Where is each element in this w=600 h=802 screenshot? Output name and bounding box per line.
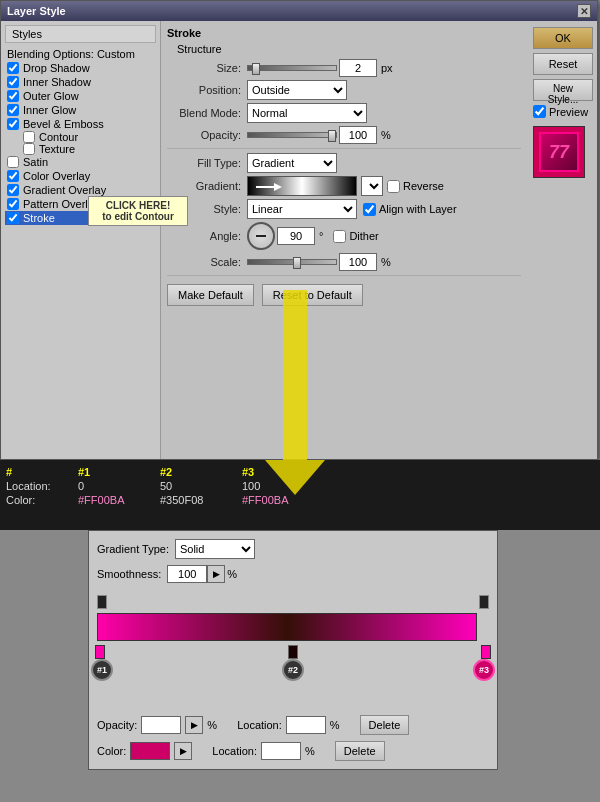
inner-glow-checkbox[interactable]	[7, 104, 19, 116]
fill-type-label: Fill Type:	[167, 157, 247, 169]
opacity-thumb[interactable]	[328, 130, 336, 142]
contour-checkbox[interactable]	[23, 131, 35, 143]
opacity-row: Opacity: 100 %	[167, 126, 521, 144]
contour-item[interactable]: Contour	[5, 131, 156, 143]
delete-opacity-stop-button[interactable]: Delete	[360, 715, 410, 735]
gradient-dropdown[interactable]: ▼	[361, 176, 383, 196]
bevel-emboss-checkbox[interactable]	[7, 118, 19, 130]
location-color-input[interactable]	[261, 742, 301, 760]
outer-glow-item[interactable]: Outer Glow	[5, 89, 156, 103]
styles-header[interactable]: Styles	[5, 25, 156, 43]
position-label: Position:	[167, 84, 247, 96]
blend-mode-row: Blend Mode: Normal Multiply Screen	[167, 103, 521, 123]
delete-color-stop-button[interactable]: Delete	[335, 741, 385, 761]
new-style-button[interactable]: New Style...	[533, 79, 593, 101]
texture-checkbox[interactable]	[23, 143, 35, 155]
preview-checkbox[interactable]	[533, 105, 546, 118]
size-thumb[interactable]	[252, 63, 260, 75]
smoothness-unit: %	[227, 568, 237, 580]
stroke-label: Stroke	[23, 212, 55, 224]
smoothness-input[interactable]: 100	[167, 565, 207, 583]
opacity-ctrl-input[interactable]	[141, 716, 181, 734]
drop-shadow-checkbox[interactable]	[7, 62, 19, 74]
reset-button[interactable]: Reset	[533, 53, 593, 75]
gradient-preview[interactable]	[247, 176, 357, 196]
main-content: Stroke Structure Size: 2 px Position: Ou…	[161, 21, 527, 459]
opacity-stop-left[interactable]	[97, 595, 107, 609]
inner-glow-label: Inner Glow	[23, 104, 76, 116]
angle-label: Angle:	[167, 230, 247, 242]
color1-val: #FF00BA	[78, 494, 158, 506]
style-select[interactable]: Linear Radial Angle	[247, 199, 357, 219]
scale-thumb[interactable]	[293, 257, 301, 269]
stroke-checkbox[interactable]	[7, 212, 19, 224]
stop-circle-1[interactable]: #1	[91, 659, 113, 681]
blending-options-label: Blending Options: Custom	[7, 48, 135, 60]
reverse-checkbox[interactable]	[387, 180, 400, 193]
texture-item[interactable]: Texture	[5, 143, 156, 155]
opacity-ctrl-arrow[interactable]: ▶	[185, 716, 203, 734]
gradient-arrow-icon	[254, 180, 284, 194]
left-panel: Styles Blending Options: Custom Drop Sha…	[1, 21, 161, 459]
blending-options-item[interactable]: Blending Options: Custom	[5, 47, 156, 61]
color-control: Color: ▶	[97, 741, 192, 761]
opacity-stop-right[interactable]	[479, 595, 489, 609]
color-ctrl-label: Color:	[97, 745, 126, 757]
divider1	[167, 148, 521, 149]
color-swatch[interactable]	[130, 742, 170, 760]
stop-marker-mid[interactable]	[288, 645, 298, 659]
drop-shadow-label: Drop Shadow	[23, 62, 90, 74]
gradient-label: Gradient:	[167, 180, 247, 192]
bevel-emboss-item[interactable]: Bevel & Emboss	[5, 117, 156, 131]
gradient-color-bar[interactable]	[97, 613, 477, 641]
color-overlay-item[interactable]: Color Overlay	[5, 169, 156, 183]
color-arrow-button[interactable]: ▶	[174, 742, 192, 760]
smoothness-arrow-button[interactable]: ▶	[207, 565, 225, 583]
inner-shadow-checkbox[interactable]	[7, 76, 19, 88]
stop-marker-right[interactable]	[481, 645, 491, 659]
opacity-ctrl-unit: %	[207, 719, 217, 731]
stop-marker-left[interactable]	[95, 645, 105, 659]
align-layer-text: Align with Layer	[379, 203, 457, 215]
size-input[interactable]: 2	[339, 59, 377, 77]
size-slider[interactable]	[247, 65, 337, 71]
angle-input[interactable]: 90	[277, 227, 315, 245]
opacity-unit: %	[381, 129, 391, 141]
size-unit: px	[381, 62, 393, 74]
position-select[interactable]: Outside Inside Center	[247, 80, 347, 100]
smoothness-label: Smoothness:	[97, 568, 161, 580]
dither-checkbox[interactable]	[333, 230, 346, 243]
fill-type-select[interactable]: Gradient Color Pattern	[247, 153, 337, 173]
location-opacity-label: Location:	[237, 719, 282, 731]
location-color-unit: %	[305, 745, 315, 757]
opacity-input[interactable]: 100	[339, 126, 377, 144]
stop-circle-2[interactable]: #2	[282, 659, 304, 681]
scale-slider[interactable]	[247, 259, 337, 265]
gradient-overlay-checkbox[interactable]	[7, 184, 19, 196]
satin-item[interactable]: Satin	[5, 155, 156, 169]
close-button[interactable]: ✕	[577, 4, 591, 18]
window-title: Layer Style	[7, 5, 66, 17]
reverse-check-label: Reverse	[387, 180, 444, 193]
make-default-button[interactable]: Make Default	[167, 284, 254, 306]
color-overlay-checkbox[interactable]	[7, 170, 19, 182]
drop-shadow-item[interactable]: Drop Shadow	[5, 61, 156, 75]
blend-mode-select[interactable]: Normal Multiply Screen	[247, 103, 367, 123]
gradient-type-select[interactable]: Solid Noise	[175, 539, 255, 559]
align-layer-checkbox[interactable]	[363, 203, 376, 216]
pattern-overlay-checkbox[interactable]	[7, 198, 19, 210]
satin-checkbox[interactable]	[7, 156, 19, 168]
gradient-overlay-item[interactable]: Gradient Overlay	[5, 183, 156, 197]
inner-glow-item[interactable]: Inner Glow	[5, 103, 156, 117]
style-row: Style: Linear Radial Angle Align with La…	[167, 199, 521, 219]
scale-input[interactable]: 100	[339, 253, 377, 271]
angle-wheel[interactable]	[247, 222, 275, 250]
section-title: Stroke	[167, 27, 521, 39]
ok-button[interactable]: OK	[533, 27, 593, 49]
outer-glow-checkbox[interactable]	[7, 90, 19, 102]
stop-circle-3[interactable]: #3	[473, 659, 495, 681]
inner-shadow-item[interactable]: Inner Shadow	[5, 75, 156, 89]
location-opacity-input[interactable]	[286, 716, 326, 734]
location-opacity-unit: %	[330, 719, 340, 731]
opacity-slider[interactable]	[247, 132, 337, 138]
